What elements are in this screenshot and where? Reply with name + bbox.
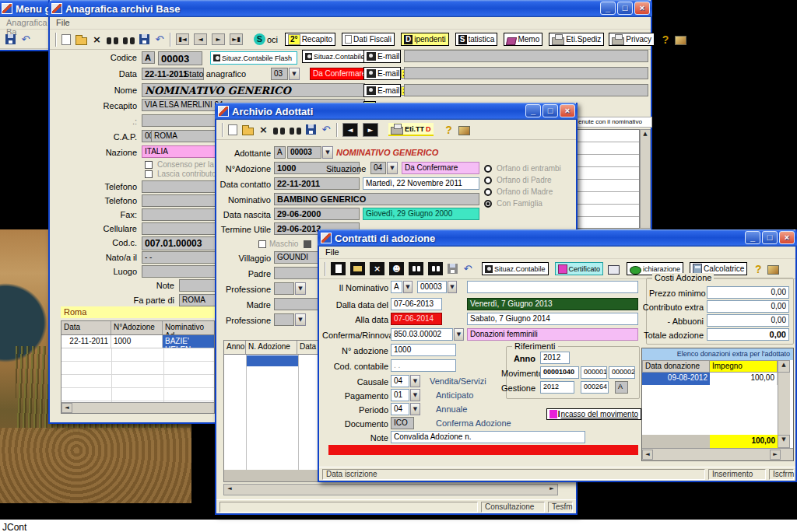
nominativo-tipo-field[interactable]: A [391,281,402,293]
adottante-tipo-field[interactable]: A [274,146,286,159]
undo-icon[interactable]: ↶ [154,34,165,45]
cod-contabile-field[interactable]: . . [391,359,456,372]
donazioni-list[interactable] [576,129,640,229]
dati-fiscali-button[interactable]: Dati Fiscali [342,33,395,46]
privacy-button[interactable]: Privacy [609,33,655,46]
open-icon[interactable] [75,37,87,45]
menu-file[interactable]: File [56,18,70,27]
prezzo-minimo-field[interactable]: 0,00 [707,286,789,299]
conferma-field[interactable]: 850.03.00002 [391,328,453,341]
archivio-titlebar[interactable]: Archivio Adottati _ □ × [215,103,578,120]
orfano-padre-radio[interactable] [484,177,492,184]
undo-icon[interactable]: ↶ [462,264,473,275]
cell-nominativo[interactable]: BAZIE' HELEN [163,335,214,348]
email1-button[interactable]: E-mail [363,50,401,63]
adottante-field[interactable]: 00003 [287,146,321,159]
dipendenti-button[interactable]: D ipendenti [401,33,449,46]
first-record-icon[interactable]: ▮◄ [176,33,189,45]
cinquepermille-checkbox[interactable] [145,170,153,178]
scroll-left-icon[interactable]: ◄ [224,485,235,495]
search-next-icon[interactable] [123,37,135,44]
anno-field[interactable]: 2012 [540,352,570,364]
scroll-left-icon[interactable]: ◄ [642,450,653,460]
donazioni-col-data[interactable]: Data donazione [642,360,710,373]
note-field[interactable]: Convalida Adozione n. [391,431,585,443]
email2-button[interactable]: E-mail 2 [363,67,401,80]
incasso-movimento-button[interactable]: Incasso del movimento [546,408,641,420]
table-header-n-adozione[interactable]: N. Adozione [246,341,297,354]
table-header-nadozione[interactable]: N°Adozione [111,321,163,334]
vscroll-track[interactable] [778,373,790,385]
codice-tipo-field[interactable]: A [142,51,155,64]
causale-dropdown-arrow-icon[interactable]: ▼ [410,375,420,387]
help-icon[interactable]: ? [753,263,763,275]
exit-icon[interactable] [458,126,470,135]
nominativo-cod-field[interactable]: 00003 [417,281,447,293]
new-record-icon[interactable] [61,34,71,45]
search-icon[interactable] [107,37,118,44]
close-button[interactable]: × [779,231,795,244]
certificato-button[interactable]: Certificato [555,262,604,275]
documento-field[interactable]: ICO [391,417,414,429]
adottante-dropdown-arrow-icon[interactable]: ▼ [322,146,333,159]
professione-madre-dropdown-arrow-icon[interactable]: ▼ [295,313,306,326]
minimize-button[interactable]: _ [745,231,760,244]
memo-button[interactable]: Memo [504,33,542,46]
last-record-icon[interactable]: ►▮ [230,33,243,45]
scroll-right-icon[interactable]: ► [546,485,557,495]
privacy-checkbox[interactable] [145,161,153,169]
nominativo-cod-dropdown-arrow-icon[interactable]: ▼ [448,281,457,293]
codice-field[interactable]: 00003 [158,51,202,65]
search-next-icon[interactable] [428,262,443,275]
cell-data[interactable]: 22-11-2011 [61,335,111,348]
menu-file[interactable]: File [325,247,339,257]
maximize-button[interactable]: □ [762,231,778,244]
exit-icon[interactable] [675,36,686,45]
new-record-icon[interactable] [331,262,346,275]
maximize-button[interactable]: □ [542,104,558,117]
email2-field[interactable] [404,67,648,79]
archivio-hscrollbar[interactable]: ◄ ► [223,484,558,495]
undo-icon[interactable]: ↶ [321,124,332,135]
gestione1-field[interactable]: 2012 [540,381,574,394]
help-icon[interactable]: ? [444,124,454,136]
stato-num-field[interactable]: 03 [271,68,288,80]
professione-madre-field[interactable] [274,313,294,326]
new-record-icon[interactable] [228,124,237,135]
situaz-contabile-button[interactable]: Situaz.Contabile [482,262,549,275]
table-header-data[interactable]: Data [61,321,111,334]
recapito2-button[interactable]: 2° Recapito [285,33,335,46]
donazione-data-cell[interactable]: 09-08-2012 [642,373,710,385]
delete-icon[interactable]: × [92,34,102,45]
exit-icon[interactable] [767,265,779,275]
nominativo-tipo-dropdown-arrow-icon[interactable]: ▼ [403,281,413,293]
periodo-dropdown-arrow-icon[interactable]: ▼ [410,403,420,415]
situazione-dropdown-arrow-icon[interactable]: ▼ [387,162,398,174]
maximize-button[interactable]: □ [617,2,633,15]
orfano-entrambi-radio[interactable] [484,165,492,173]
femmina-checkbox[interactable] [304,240,311,248]
eti-spediz-button[interactable]: Eti.Spediz [549,33,604,46]
open-icon[interactable] [242,128,254,135]
table-header-nominativo[interactable]: Nominativo Ad [163,321,214,334]
scroll-left-icon[interactable]: ◄ [61,403,72,413]
gestione3-field[interactable]: A [615,381,628,394]
next-record-icon[interactable]: ► [212,33,225,45]
contributo-extra-field[interactable]: 0,00 [707,300,789,313]
professione-padre-dropdown-arrow-icon[interactable]: ▼ [295,282,306,295]
table-header-anno[interactable]: Anno [224,341,246,354]
maschio-checkbox[interactable] [258,240,266,248]
delete-icon[interactable]: × [370,262,384,275]
scroll-down-icon[interactable]: ▼ [778,435,790,448]
email3-button[interactable]: E-mail 3 [363,84,401,97]
dalla-data-field[interactable]: 07-06-2013 [391,298,442,310]
search-icon[interactable] [409,262,423,275]
prev-record-icon[interactable]: ◄ [342,123,358,137]
statistica-button[interactable]: S tatistica [455,33,498,46]
delete-icon[interactable]: × [258,124,269,135]
menu-window-titlebar[interactable]: Menu g [0,0,53,17]
next-record-icon[interactable]: ► [363,123,378,137]
nominativo-desc-field[interactable] [467,281,638,293]
anagrafica-titlebar[interactable]: Anagrafica archivi Base _ □ × [48,0,652,17]
vscroll-track2[interactable] [778,385,790,436]
